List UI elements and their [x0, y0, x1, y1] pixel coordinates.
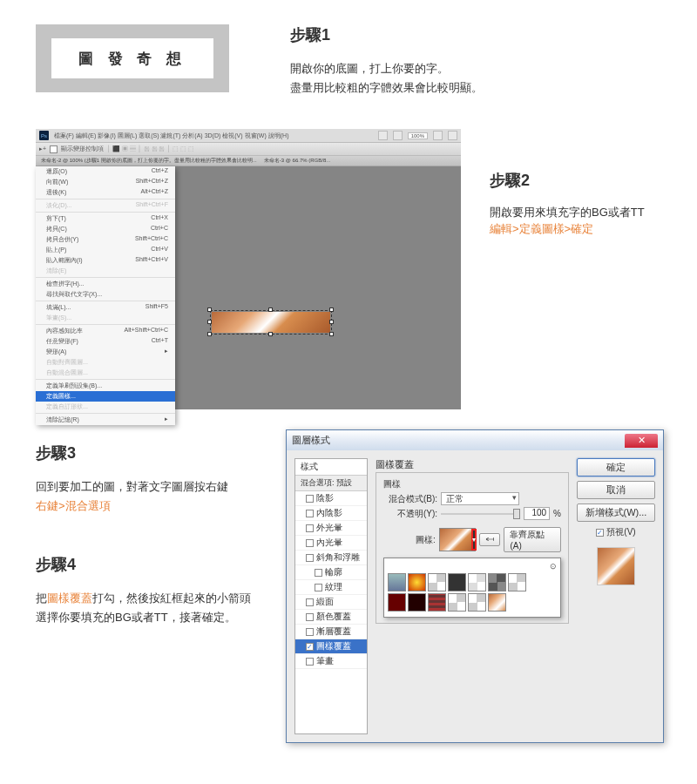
menu-item: 清除(E) — [36, 266, 175, 276]
transform-handle[interactable] — [329, 320, 334, 324]
style-checkbox[interactable]: ✓ — [306, 643, 314, 651]
opacity-value[interactable]: 100 — [524, 507, 550, 520]
pattern-swatch[interactable]: ▾ — [439, 528, 477, 551]
pattern-swatch-item[interactable] — [408, 593, 426, 612]
menu-item[interactable]: 定義筆刷預設集(B)... — [36, 381, 175, 391]
style-checkbox[interactable] — [306, 524, 314, 532]
style-option[interactable]: 輪廓 — [295, 565, 367, 580]
new-preset-icon[interactable]: ⬶ — [479, 533, 500, 546]
blending-options-row[interactable]: 混合選項: 預設 — [295, 476, 367, 491]
menu-item[interactable]: 拷貝(C)Ctrl+C — [36, 224, 175, 234]
transform-handle[interactable] — [207, 308, 212, 312]
menu-item[interactable]: 定義圖樣... — [36, 391, 175, 402]
ok-button[interactable]: 確定 — [577, 458, 655, 476]
step3-title: 步驟3 — [36, 443, 76, 463]
menu-items[interactable]: 檔案(F) 編輯(E) 影像(I) 圖層(L) 選取(S) 濾鏡(T) 分析(A… — [54, 132, 288, 140]
menu-item[interactable]: 貼上(P)Ctrl+V — [36, 245, 175, 255]
copper-texture-layer — [212, 312, 330, 333]
close-icon[interactable]: ✕ — [625, 434, 658, 448]
menu-item[interactable]: 向前(W)Shift+Ctrl+Z — [36, 177, 175, 187]
style-option[interactable]: 內陰影 — [295, 506, 367, 521]
snap-to-origin-button[interactable]: 靠齊原點(A) — [504, 527, 561, 552]
pattern-dropdown-arrow[interactable]: ▾ — [471, 529, 477, 551]
tab-2[interactable]: 未命名-3 @ 66.7% (RGB/8... — [264, 157, 330, 165]
menu-item[interactable]: 剪下(T)Ctrl+X — [36, 213, 175, 224]
picker-menu-icon[interactable]: ⊙ — [550, 562, 557, 571]
pattern-swatch-item[interactable] — [488, 593, 506, 612]
dialog-buttons: 確定 取消 新增樣式(W)... ✓ 預視(V) — [577, 458, 655, 734]
menu-item: 淡化(D)...Shift+Ctrl+F — [36, 200, 175, 211]
blend-mode-select[interactable]: 正常 — [441, 492, 519, 505]
pattern-swatch-item[interactable] — [428, 593, 446, 612]
style-option[interactable]: 外光暈 — [295, 521, 367, 536]
tool-icon[interactable] — [433, 131, 443, 140]
menu-item[interactable]: 清除記憶(R)▸ — [36, 415, 175, 425]
pattern-swatch-item[interactable] — [508, 573, 526, 591]
style-checkbox[interactable] — [306, 510, 314, 517]
menu-item: 自動對齊圖層... — [36, 357, 175, 368]
cancel-button[interactable]: 取消 — [577, 481, 655, 499]
style-checkbox[interactable] — [315, 584, 322, 591]
transform-handle[interactable] — [268, 308, 273, 312]
style-checkbox[interactable] — [315, 569, 322, 577]
menu-item: 定義自訂形狀... — [36, 402, 175, 412]
menu-item[interactable]: 還原(O)Ctrl+Z — [36, 166, 175, 177]
transform-handle[interactable] — [329, 308, 334, 312]
style-option[interactable]: 紋理 — [295, 580, 367, 595]
menu-item[interactable]: 變形(A)▸ — [36, 347, 175, 357]
style-option[interactable]: 內光暈 — [295, 536, 367, 551]
menu-item: 自動混合圖層... — [36, 368, 175, 378]
style-option[interactable]: 陰影 — [295, 491, 367, 506]
pattern-subtitle: 圖樣 — [383, 478, 561, 490]
menu-item[interactable]: 填滿(L)...Shift+F5 — [36, 302, 175, 313]
style-option[interactable]: 顏色覆蓋 — [295, 610, 367, 625]
menu-item[interactable]: 退後(K)Alt+Ctrl+Z — [36, 187, 175, 198]
tab-1[interactable]: 未命名-2 @ 100% (步驟1 開啟你的底圖，打上你要的字。盡量用比較粗的字… — [41, 157, 257, 165]
style-checkbox[interactable] — [306, 554, 314, 562]
styles-header[interactable]: 樣式 — [295, 459, 367, 476]
tool-icon[interactable] — [448, 131, 457, 140]
menu-item[interactable]: 內容感知比率Alt+Shift+Ctrl+C — [36, 326, 175, 336]
menu-item[interactable]: 尋找與取代文字(X)... — [36, 289, 175, 300]
pattern-swatch-item[interactable] — [468, 593, 486, 612]
style-checkbox[interactable] — [306, 598, 314, 606]
pattern-swatch-item[interactable] — [448, 593, 466, 612]
menu-item[interactable]: 貼入範圍內(I)Shift+Ctrl+V — [36, 255, 175, 266]
dialog-titlebar: 圖層樣式 ✕ — [287, 430, 663, 450]
pattern-swatch-item[interactable] — [408, 573, 426, 591]
menu-item[interactable]: 拷貝合併(Y)Shift+Ctrl+C — [36, 234, 175, 245]
style-option[interactable]: 緞面 — [295, 595, 367, 610]
style-option[interactable]: 筆畫 — [295, 654, 367, 669]
pattern-swatch-item[interactable] — [388, 593, 406, 612]
pattern-swatch-item[interactable] — [448, 573, 466, 591]
style-checkbox[interactable] — [306, 658, 314, 666]
pattern-swatch-item[interactable] — [488, 573, 506, 591]
document-tabs[interactable]: 未命名-2 @ 100% (步驟1 開啟你的底圖，打上你要的字。盡量用比較粗的字… — [36, 156, 461, 166]
pattern-swatch-item[interactable] — [428, 573, 446, 591]
tool-icon[interactable] — [393, 131, 403, 140]
opacity-slider[interactable] — [441, 513, 520, 515]
transform-handle[interactable] — [207, 332, 212, 336]
preview-checkbox[interactable]: ✓ — [596, 529, 604, 537]
opacity-unit: % — [553, 509, 561, 518]
new-style-button[interactable]: 新增樣式(W)... — [577, 504, 655, 522]
edit-menu-dropdown[interactable]: 還原(O)Ctrl+Z向前(W)Shift+Ctrl+Z退後(K)Alt+Ctr… — [36, 166, 175, 425]
style-checkbox[interactable] — [306, 495, 314, 503]
transform-handle[interactable] — [207, 320, 212, 324]
style-option[interactable]: ✓圖樣覆蓋 — [295, 639, 367, 654]
move-tool-icon: ▸+ — [39, 145, 46, 152]
menu-item[interactable]: 任意變形(F)Ctrl+T — [36, 336, 175, 347]
style-checkbox[interactable] — [306, 539, 314, 547]
style-option[interactable]: 斜角和浮雕 — [295, 551, 367, 565]
style-option[interactable]: 漸層覆蓋 — [295, 625, 367, 639]
style-checkbox[interactable] — [306, 613, 314, 621]
pattern-swatch-item[interactable] — [468, 573, 486, 591]
tool-icon[interactable] — [378, 131, 388, 140]
style-checkbox[interactable] — [306, 628, 314, 636]
pattern-swatch-item[interactable] — [388, 573, 406, 591]
zoom-combo[interactable]: 100% — [408, 132, 428, 139]
auto-select-chk[interactable] — [50, 145, 58, 153]
menu-item[interactable]: 檢查拼字(H)... — [36, 279, 175, 289]
transform-handle[interactable] — [268, 332, 273, 336]
transform-handle[interactable] — [329, 332, 334, 336]
